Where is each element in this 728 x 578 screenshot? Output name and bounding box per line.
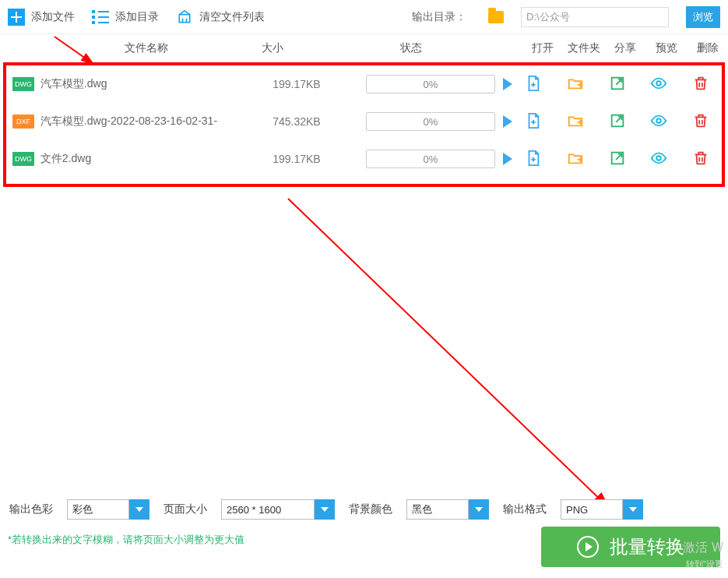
batch-convert-label: 批量转换 (610, 534, 684, 559)
header-preview: 预览 (645, 41, 687, 55)
file-icon (525, 112, 542, 129)
watermark-text: 激活 W (683, 540, 723, 556)
delete-button[interactable] (680, 150, 722, 169)
chevron-down-icon[interactable] (129, 499, 149, 520)
output-format-select[interactable] (561, 499, 643, 520)
preview-button[interactable] (638, 75, 681, 94)
folder-icon (488, 11, 504, 23)
output-format-label: 输出格式 (503, 502, 547, 516)
filetype-badge: DWG (12, 152, 34, 166)
bg-color-select[interactable] (406, 499, 489, 520)
svg-point-6 (657, 81, 662, 86)
folder-open-icon (567, 150, 584, 167)
preview-button[interactable] (638, 112, 681, 132)
file-size: 199.17KB (273, 153, 365, 165)
share-icon (609, 112, 626, 129)
header-status: 状态 (353, 41, 522, 55)
folder-button[interactable] (554, 150, 596, 169)
bg-color-label: 背景颜色 (349, 502, 392, 516)
share-icon (609, 150, 626, 167)
share-icon (609, 75, 626, 92)
file-name: 文件2.dwg (40, 152, 273, 166)
annotation-arrow-diag (280, 195, 623, 522)
progress-bar: 0% (366, 150, 496, 168)
trash-building-icon (176, 9, 193, 25)
file-row: DWG 文件2.dwg 199.17KB 0% (6, 140, 722, 178)
eye-icon (650, 150, 667, 167)
file-row: DXF 汽车模型.dwg-2022-08-23-16-02-31- 745.32… (6, 103, 722, 140)
open-button[interactable] (512, 150, 554, 169)
file-name: 汽车模型.dwg-2022-08-23-16-02-31- (40, 115, 273, 129)
output-format-value[interactable] (561, 499, 623, 520)
top-toolbar: 添加文件 添加目录 清空文件列表 输出目录： 浏览 (0, 0, 728, 34)
svg-point-12 (657, 118, 662, 123)
folder-button[interactable] (554, 112, 596, 132)
filetype-badge: DWG (12, 77, 34, 91)
browse-button[interactable]: 浏览 (686, 6, 720, 28)
eye-icon (650, 75, 667, 92)
filetype-badge: DXF (12, 115, 34, 129)
open-button[interactable] (512, 112, 554, 132)
page-size-label: 页面大小 (164, 502, 207, 516)
bg-color-value[interactable] (406, 499, 469, 520)
file-size: 745.32KB (273, 115, 365, 128)
open-button[interactable] (512, 75, 554, 94)
folder-open-icon (567, 112, 584, 129)
delete-button[interactable] (680, 112, 722, 132)
output-dir-input[interactable] (521, 7, 669, 27)
watermark-text-small: 转到"设置 (686, 559, 723, 570)
share-button[interactable] (596, 75, 638, 94)
add-dir-label: 添加目录 (115, 10, 159, 24)
output-dir-label: 输出目录： (412, 10, 466, 24)
progress-bar: 0% (366, 75, 496, 93)
page-size-select[interactable] (221, 499, 335, 520)
svg-rect-0 (179, 14, 189, 22)
file-name: 汽车模型.dwg (40, 77, 273, 91)
chevron-down-icon[interactable] (623, 499, 643, 520)
output-color-select[interactable] (67, 499, 149, 520)
page-size-value[interactable] (221, 499, 315, 520)
add-dir-button[interactable]: 添加目录 (92, 10, 159, 24)
folder-button[interactable] (554, 75, 596, 94)
eye-icon (650, 112, 667, 129)
column-headers: 文件名称 大小 状态 打开 文件夹 分享 预览 删除 (0, 34, 728, 62)
add-file-label: 添加文件 (31, 10, 75, 24)
add-file-button[interactable]: 添加文件 (8, 9, 75, 26)
clear-list-button[interactable]: 清空文件列表 (176, 9, 265, 25)
folder-open-icon (567, 75, 584, 92)
file-list-highlight: DWG 汽车模型.dwg 199.17KB 0% DXF 汽车模型.dwg-20… (3, 62, 725, 187)
header-delete: 删除 (687, 41, 728, 55)
progress-bar: 0% (366, 112, 496, 131)
header-name: 文件名称 (31, 41, 262, 55)
header-folder: 文件夹 (563, 41, 604, 55)
header-share: 分享 (604, 41, 645, 55)
share-button[interactable] (596, 150, 638, 169)
settings-bar: 输出色彩 页面大小 背景颜色 输出格式 (0, 494, 728, 525)
list-icon (92, 10, 109, 24)
play-icon[interactable] (503, 78, 512, 90)
output-color-label: 输出色彩 (9, 502, 53, 516)
trash-icon (692, 75, 709, 92)
file-icon (525, 150, 542, 167)
header-open: 打开 (522, 41, 564, 55)
delete-button[interactable] (680, 75, 722, 94)
header-size: 大小 (262, 41, 353, 55)
play-icon[interactable] (503, 153, 512, 165)
hint-text: *若转换出来的文字模糊，请将页面大小调整为更大值 (8, 533, 244, 547)
file-size: 199.17KB (273, 78, 365, 90)
file-row: DWG 汽车模型.dwg 199.17KB 0% (6, 65, 722, 103)
clear-list-label: 清空文件列表 (199, 10, 265, 24)
plus-icon (8, 9, 25, 26)
chevron-down-icon[interactable] (315, 499, 335, 520)
play-circle-icon (577, 536, 599, 558)
svg-line-22 (288, 199, 607, 506)
trash-icon (692, 112, 709, 129)
svg-point-18 (657, 156, 662, 160)
preview-button[interactable] (638, 150, 681, 169)
share-button[interactable] (596, 112, 638, 132)
play-icon[interactable] (503, 115, 512, 128)
output-color-value[interactable] (67, 499, 129, 520)
chevron-down-icon[interactable] (469, 499, 489, 520)
trash-icon (692, 150, 709, 167)
file-icon (525, 75, 542, 92)
